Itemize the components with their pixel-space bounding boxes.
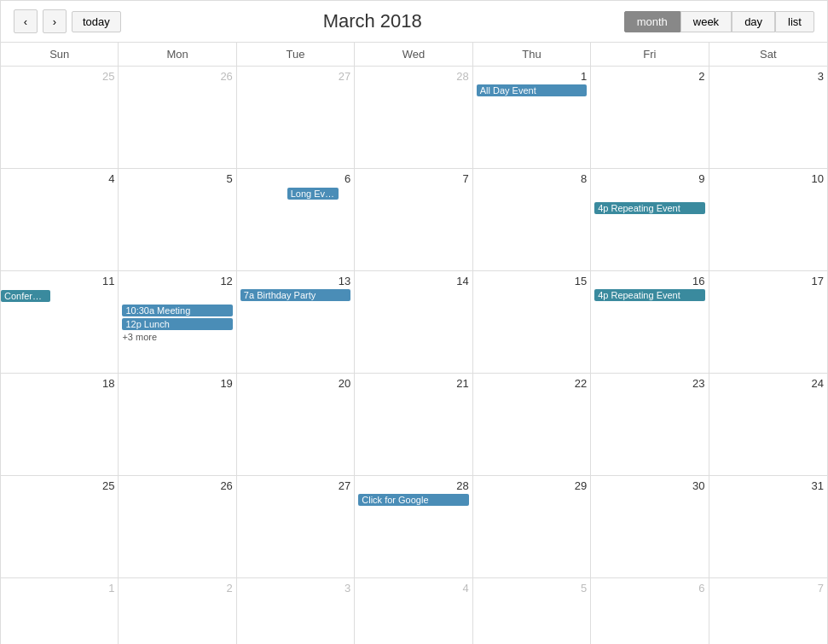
day-num: 2 (594, 70, 704, 83)
birthday-event[interactable]: 7a Birthday Party (240, 289, 350, 301)
day-mar31[interactable]: 31 (709, 476, 827, 577)
day-num: 8 (477, 172, 587, 185)
day-mar27[interactable]: 27 (237, 476, 355, 577)
day-mar20[interactable]: 20 (237, 374, 355, 475)
view-list-button[interactable]: list (775, 11, 814, 32)
day-num: 1 (477, 70, 587, 83)
day-mar12[interactable]: 12 10:30a Meeting 12p Lunch +3 more (119, 271, 236, 373)
day-mar28[interactable]: 28 Click for Google (355, 476, 472, 577)
day-apr6[interactable]: 6 (591, 578, 709, 644)
day-num: 26 (122, 70, 232, 83)
day-num: 3 (713, 70, 824, 83)
day-apr4[interactable]: 4 (355, 578, 472, 644)
repeating-event-1[interactable]: 4p Repeating Event (594, 202, 704, 214)
next-button[interactable]: › (43, 9, 67, 33)
day-num: 1 (4, 582, 114, 595)
day-mar16[interactable]: 16 4p Repeating Event (591, 271, 709, 373)
day-mar15[interactable]: 15 (473, 271, 591, 373)
day-apr5[interactable]: 5 (473, 578, 591, 644)
day-num: 27 (240, 70, 350, 83)
google-event[interactable]: Click for Google (358, 494, 468, 506)
day-num: 29 (477, 479, 587, 492)
day-num: 25 (4, 70, 114, 83)
day-mar4[interactable]: 4 (1, 169, 119, 270)
day-mar21[interactable]: 21 (355, 374, 472, 475)
view-week-button[interactable]: week (680, 11, 732, 32)
view-day-button[interactable]: day (732, 11, 775, 32)
day-num: 31 (713, 479, 824, 492)
day-apr3[interactable]: 3 (237, 578, 355, 644)
day-num: 4 (358, 582, 468, 595)
day-num: 11 (4, 275, 114, 287)
day-mar8[interactable]: 8 (473, 169, 591, 270)
days-header: Sun Mon Tue Wed Thu Fri Sat (1, 43, 827, 67)
day-feb25[interactable]: 25 (1, 67, 119, 168)
day-num: 30 (594, 479, 704, 492)
day-mar13[interactable]: 13 7a Birthday Party (237, 271, 355, 373)
day-num: 4 (4, 172, 114, 185)
day-mar2[interactable]: 2 (591, 67, 709, 168)
day-num: 7 (713, 582, 824, 595)
day-mar26[interactable]: 26 (119, 476, 236, 577)
long-event[interactable]: Long Event (287, 188, 339, 200)
day-mar24[interactable]: 24 (709, 374, 827, 475)
day-mar23[interactable]: 23 (591, 374, 709, 475)
day-mar5[interactable]: 5 (119, 169, 236, 270)
lunch-event[interactable]: 12p Lunch (122, 318, 232, 330)
day-mar17[interactable]: 17 (709, 271, 827, 373)
calendar-title: March 2018 (323, 10, 422, 32)
day-num: 28 (358, 479, 468, 492)
day-mar18[interactable]: 18 (1, 374, 119, 475)
week-3: 11 Conference 12 10:30a Meeting 12p Lunc… (1, 271, 827, 374)
day-num: 18 (4, 377, 114, 390)
day-mar7[interactable]: 7 (355, 169, 472, 270)
day-mar30[interactable]: 30 (591, 476, 709, 577)
day-feb27[interactable]: 27 (237, 67, 355, 168)
week-6: 1 2 3 4 5 6 7 (1, 578, 827, 644)
day-mar6[interactable]: 6 Long Event (237, 169, 355, 270)
day-mar10[interactable]: 10 (709, 169, 827, 270)
conference-event[interactable]: Conference (1, 290, 50, 302)
header-sat: Sat (709, 43, 827, 66)
day-num: 5 (477, 582, 587, 595)
day-mar3[interactable]: 3 (709, 67, 827, 168)
calendar-header: ‹ › today March 2018 month week day list (1, 1, 827, 43)
day-num: 23 (594, 377, 704, 390)
day-mar11[interactable]: 11 Conference (1, 271, 119, 373)
day-mar1[interactable]: 1 All Day Event (473, 67, 591, 168)
day-apr1[interactable]: 1 (1, 578, 119, 644)
week-2: 4 5 6 Long Event 7 8 9 4p Repeatin (1, 169, 827, 271)
day-feb28[interactable]: 28 (355, 67, 472, 168)
day-num: 13 (240, 275, 350, 287)
day-num: 26 (122, 479, 232, 492)
day-apr2[interactable]: 2 (119, 578, 236, 644)
day-apr7[interactable]: 7 (709, 578, 827, 644)
day-num: 14 (358, 275, 468, 287)
all-day-event[interactable]: All Day Event (477, 84, 587, 96)
day-num: 27 (240, 479, 350, 492)
day-num: 24 (713, 377, 824, 390)
day-num: 6 (240, 172, 350, 185)
day-num: 17 (713, 275, 824, 287)
more-events-link[interactable]: +3 more (122, 332, 232, 342)
day-mar14[interactable]: 14 (355, 271, 472, 373)
view-month-button[interactable]: month (624, 11, 680, 32)
day-mar9[interactable]: 9 4p Repeating Event (591, 169, 709, 270)
day-num: 3 (240, 582, 350, 595)
header-sun: Sun (1, 43, 119, 66)
repeating-event-2[interactable]: 4p Repeating Event (594, 289, 704, 301)
week-1: 25 26 27 28 1 All Day Event 2 3 (1, 67, 827, 169)
header-fri: Fri (591, 43, 709, 66)
day-mar25[interactable]: 25 (1, 476, 119, 577)
prev-button[interactable]: ‹ (14, 9, 38, 33)
week-5: 25 26 27 28 Click for Google 29 30 31 (1, 476, 827, 578)
day-mar22[interactable]: 22 (473, 374, 591, 475)
day-num: 12 (122, 275, 232, 287)
day-feb26[interactable]: 26 (119, 67, 236, 168)
day-num: 16 (594, 275, 704, 287)
today-button[interactable]: today (72, 11, 121, 32)
day-mar29[interactable]: 29 (473, 476, 591, 577)
day-num: 25 (4, 479, 114, 492)
day-mar19[interactable]: 19 (119, 374, 236, 475)
meeting-event[interactable]: 10:30a Meeting (122, 305, 232, 316)
